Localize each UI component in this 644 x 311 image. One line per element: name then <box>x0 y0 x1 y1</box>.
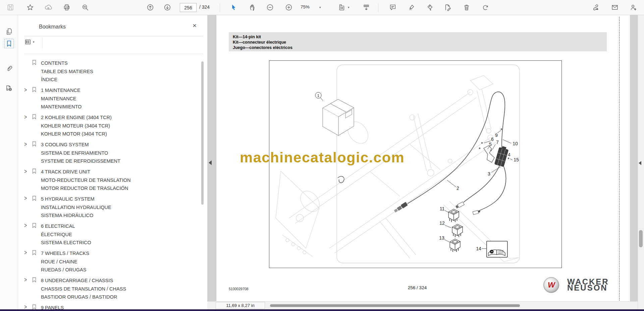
bookmark-line[interactable]: SISTEMA HIDRÁULICO <box>41 211 199 220</box>
vertical-scrollbar-thumb[interactable] <box>639 230 643 247</box>
bookmark-line[interactable]: 1 MAINTENANCE <box>41 86 199 95</box>
horizontal-scrollbar-thumb[interactable] <box>270 304 520 307</box>
fit-width-icon[interactable] <box>337 3 346 12</box>
expand-chevron-icon[interactable]: > <box>24 222 27 229</box>
bookmark-line[interactable]: MANTENIMIENTO <box>41 103 199 111</box>
expand-tools-handle-icon[interactable] <box>639 161 641 165</box>
fit-width-caret-icon[interactable]: ▾ <box>348 6 350 9</box>
bookmark-line[interactable]: MOTOR REDUCTOR DE TRASLACIÓN <box>41 184 199 193</box>
next-page-icon[interactable] <box>163 3 172 12</box>
expand-chevron-icon[interactable]: > <box>24 168 27 175</box>
bookmark-item-undercarriage[interactable]: > 8 UNDERCARRIAGE / CHASSISCHASSIS DE TR… <box>18 276 199 301</box>
sign-icon[interactable] <box>425 3 434 12</box>
expand-chevron-icon[interactable]: > <box>24 195 27 202</box>
close-icon[interactable]: × <box>193 22 197 29</box>
expand-chevron-icon[interactable]: > <box>24 113 27 120</box>
page-number-input[interactable] <box>180 3 197 12</box>
page-trim-dashed-line <box>619 17 620 301</box>
bookmark-line[interactable]: 7 WHEELS / TRACKS <box>41 249 199 258</box>
bookmark-line[interactable]: ÍNDICE <box>41 75 199 84</box>
share-link-icon[interactable] <box>591 3 600 12</box>
bookmark-item-hydraulic[interactable]: > 5 HYDRAULIC SYSTEMINSTALLATION HYDRAUL… <box>18 195 199 220</box>
bookmark-line[interactable]: TABLE DES MATIERES <box>41 67 199 76</box>
bookmark-line[interactable]: 8 UNDERCARRIAGE / CHASSIS <box>41 276 199 285</box>
find-icon[interactable] <box>80 3 90 12</box>
bookmark-line[interactable]: SYSTEME DE REFROIDISSEMENT <box>41 157 199 165</box>
select-tool-icon[interactable] <box>229 3 238 12</box>
bookmark-line[interactable]: SISTEMA ELECTRICO <box>41 239 199 247</box>
bookmark-line[interactable]: CONTENTS <box>41 59 199 67</box>
options-list-icon <box>24 38 32 46</box>
callout-6: 6 <box>491 137 494 142</box>
bookmark-item-track-drive[interactable]: > 4 TRACK DRIVE UNITMOTO-REDUCTEUR DE TR… <box>18 168 199 193</box>
bookmark-line[interactable]: MAINTENANCE <box>41 95 199 103</box>
zoom-level-value[interactable]: 75% <box>301 4 310 9</box>
page-thumbnails-icon[interactable] <box>5 27 13 36</box>
hand-tool-icon[interactable] <box>248 3 257 12</box>
document-area: Kit—14-pin kit Kit—connecteur électrique… <box>207 15 638 301</box>
bookmark-icon <box>32 114 37 119</box>
redo-icon[interactable] <box>481 3 490 12</box>
callout-12: 12 <box>439 220 445 226</box>
bookmark-line[interactable]: BASTIDOR ORUGAS / BASTIDOR <box>41 293 199 301</box>
bookmarks-panel-icon[interactable] <box>5 39 13 48</box>
comment-icon[interactable] <box>388 3 397 12</box>
callout-2: 2 <box>457 186 459 191</box>
add-person-icon[interactable] <box>629 3 638 12</box>
bookmark-line[interactable]: 6 ELECTRICAL <box>41 222 199 230</box>
zoom-out-icon[interactable] <box>265 3 275 12</box>
hide-toolbar-icon[interactable] <box>362 3 371 12</box>
bookmark-line[interactable]: 2 KOHLER ENGINE (3404 TCR) <box>41 113 199 122</box>
bookmark-line[interactable]: RUEDAS / ORUGAS <box>41 266 199 274</box>
header-line-es: Juego—conectores eléctricos <box>233 45 607 50</box>
attachments-icon[interactable] <box>5 64 13 73</box>
panel-title: Bookmarks <box>39 24 66 30</box>
bookmark-item-panels[interactable]: > 9 PANELS <box>18 304 199 309</box>
bookmark-line[interactable]: 9 PANELS <box>41 304 199 309</box>
bookmark-icon <box>32 168 37 174</box>
bookmark-line[interactable]: SISTEMA DE ENFRIAMIENTO <box>41 149 199 157</box>
highlight-icon[interactable] <box>407 3 416 12</box>
header-line-fr: Kit—connecteur électrique <box>233 40 607 45</box>
star-icon[interactable] <box>25 3 35 12</box>
expand-chevron-icon[interactable]: > <box>24 304 27 309</box>
bookmark-item-engine[interactable]: > 2 KOHLER ENGINE (3404 TCR)KOHLER MOTEU… <box>18 113 199 138</box>
bookmark-item-electrical[interactable]: > 6 ELECTRICALÉLECTRIQUESISTEMA ELECTRIC… <box>18 222 199 247</box>
zoom-caret-icon[interactable]: ▾ <box>319 6 321 9</box>
document-info-icon[interactable] <box>5 84 13 92</box>
expand-chevron-icon[interactable]: > <box>24 141 27 148</box>
bookmark-line[interactable]: ÉLECTRIQUE <box>41 230 199 239</box>
panel-scrollbar-thumb[interactable] <box>201 61 204 205</box>
bookmark-line[interactable]: 4 TRACK DRIVE UNIT <box>41 168 199 176</box>
bookmark-line[interactable]: 5 HYDRAULIC SYSTEM <box>41 195 199 203</box>
previous-page-icon[interactable] <box>146 3 155 12</box>
bookmark-line[interactable]: MOTO-REDUCTEUR DE TRANSLATION <box>41 176 199 185</box>
email-icon[interactable] <box>610 3 620 12</box>
edit-pdf-icon[interactable] <box>443 3 452 12</box>
bookmark-line[interactable]: ROUE / CHAINE <box>41 258 199 266</box>
save-icon[interactable] <box>6 3 15 12</box>
status-bar: 11,69 x 8,27 in <box>207 301 638 309</box>
bookmark-item-wheels[interactable]: > 7 WHEELS / TRACKSROUE / CHAINERUEDAS /… <box>18 249 199 274</box>
bookmark-line[interactable]: 3 COOLING SYSTEM <box>41 141 199 149</box>
bookmark-line[interactable]: CHASSIS DE TRANSLATION / CHASS <box>41 285 199 293</box>
bookmark-item-contents[interactable]: CONTENTSTABLE DES MATIERESÍNDICE <box>18 59 199 84</box>
expand-chevron-icon[interactable]: > <box>24 86 27 93</box>
divider <box>24 54 203 54</box>
zoom-in-icon[interactable] <box>284 3 293 12</box>
share-cloud-icon[interactable] <box>44 3 53 12</box>
bookmark-item-maintenance[interactable]: > 1 MAINTENANCEMAINTENANCEMANTENIMIENTO <box>18 86 199 111</box>
bookmark-item-cooling[interactable]: > 3 COOLING SYSTEMSISTEMA DE ENFRIAMIENT… <box>18 141 199 165</box>
collapse-panel-handle-icon[interactable] <box>209 160 212 165</box>
bookmark-line[interactable]: KOHLER MOTEUR (3404 TCR) <box>41 122 199 130</box>
delete-pages-icon[interactable] <box>462 3 471 12</box>
print-icon[interactable] <box>62 3 71 12</box>
bookmark-line[interactable]: KOHLER MOTOR (3404 TCR) <box>41 130 199 138</box>
bookmark-options-button[interactable]: ▾ <box>24 38 35 46</box>
bookmark-line[interactable]: INSTALLATION HYDRAULIQUE <box>41 203 199 212</box>
expand-chevron-icon[interactable]: > <box>24 249 27 256</box>
wacker-neuson-logo-badge: W <box>543 277 559 293</box>
callout-13: 13 <box>439 235 444 241</box>
expand-chevron-icon[interactable]: > <box>24 276 27 283</box>
bookmarks-panel: Bookmarks × ▾ CONTENTSTABLE DES MATIERES… <box>18 15 207 309</box>
